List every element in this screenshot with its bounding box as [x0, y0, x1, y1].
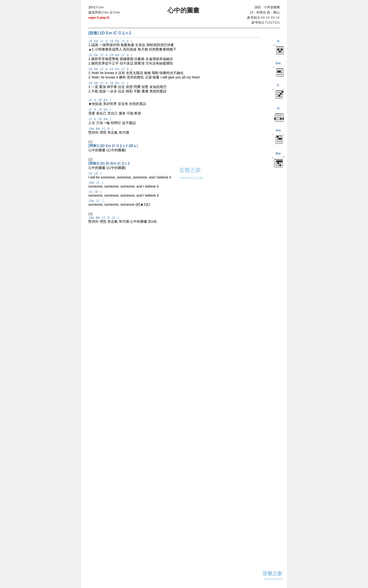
verse1-chords2: |D Em |C G |D Em |C G |: [88, 53, 260, 57]
interlude2-label: (2): [88, 157, 260, 161]
section2-chords4: |Em |C |: [88, 199, 260, 203]
section2-block3: |G |D | someone, someone, someone, and I…: [88, 190, 260, 197]
section2-chords2: |Em |C |: [88, 181, 260, 184]
chorus-chords3: |C G |D Em |: [88, 117, 260, 121]
chord-diagram-Em: Em o: [272, 61, 285, 79]
interlude2-line: [間奏2] ||G |D |Em |C || x 2: [88, 161, 260, 166]
verse1-block2: |D Em |C G |D Em |C G | 1.雖然常常物質警報 跟錢賽跑 …: [88, 53, 260, 66]
chorus-lyric3: 人生 只有一輪 時間它 從不聽話: [88, 121, 260, 125]
section2-lyric2: someone, someone, someone, and I believe…: [88, 184, 260, 188]
verse1-lyric1a: 1.認識 一個男孩叫明 無憂無慮 生長在 雨蛙稻田泥巴仲夏: [88, 43, 260, 47]
section2-lyric3: someone, someone, someone, and I believe…: [88, 193, 260, 197]
section2-block4: |Em |C | someone, someone, someone (回★2次…: [88, 199, 260, 207]
verse1-lyric3a: 1.Yeah he knows it 沒有 永恆太陽花 偷偷 期盼 快樂時光不融…: [88, 71, 260, 75]
svg-point-55: [282, 118, 284, 120]
svg-text:o: o: [272, 88, 274, 90]
ending-block: |Am Bm |C D |G | 堅持向 理想 有志氣 有代價 心中的圖畫 (E…: [88, 216, 260, 224]
interlude1-label: (1): [88, 140, 260, 144]
interlude1-line: [間奏1] ||D Em |C G || x 2 (回▲): [88, 144, 260, 148]
chorus-lyric4: 堅持向 理想 有志氣 有代價: [88, 130, 260, 135]
chord-diagram-C: C o x: [272, 83, 285, 102]
svg-point-12: [277, 49, 279, 51]
chord-diagrams: D x x: [272, 39, 285, 171]
svg-point-13: [279, 51, 281, 52]
svg-rect-83: [276, 160, 283, 162]
verse1-block3: |D Em |C G |D Em |C G | 1.Yeah he knows …: [88, 67, 260, 80]
chord-grid-C: o x: [272, 88, 285, 102]
section2-block2: |Em |C | someone, someone, someone, and …: [88, 181, 260, 188]
verse1-lyric4a: 1.一直 緊張 伸手要 拉住 依戀 閃爍 短暫 未知的尾巴: [88, 85, 260, 89]
svg-text:x: x: [275, 44, 276, 46]
section2-chords3: |G |D |: [88, 190, 260, 193]
main-content: [前奏] ||D Em |C G || x 2 |D Em |C G |D Em…: [88, 31, 280, 224]
svg-point-85: [279, 164, 281, 166]
verse1-chords1: |D Em |C G |D Em |C G |: [88, 39, 260, 43]
chorus-chords2: |C G |D Em |: [88, 108, 260, 111]
verse1-lyric2b: 2.雖然世界從不公平 但不多話 因看清 方向沒有絲毫懼怕: [88, 61, 260, 66]
svg-point-26: [277, 71, 279, 73]
logo-en: yinyuezj.com: [263, 577, 282, 581]
chord-diagram-G: G: [272, 106, 285, 124]
chorus-block1: |C G |D Em | ★他知道 美好世界 並沒有 永恆的童話: [88, 98, 260, 106]
ref-strum: 參考刷法:XX 1X XX 1X: [247, 15, 280, 20]
chord-diagram-Am: Am o x: [272, 128, 285, 147]
credits: 詞：程懷昌 曲：陶山: [247, 10, 280, 15]
chord-grid-Am: o x: [272, 133, 285, 147]
svg-text:o: o: [273, 66, 274, 68]
svg-point-68: [276, 136, 278, 138]
capo-info: capo:3 play:G: [88, 15, 120, 20]
svg-text:x: x: [283, 88, 284, 90]
section2-lyric1: I will be someone, someone, someone, and…: [88, 175, 260, 179]
section2-lyric4: someone, someone, someone (回★2次): [88, 203, 260, 207]
svg-text:x: x: [283, 133, 284, 136]
chord-name-C: C: [277, 83, 279, 87]
chorus-block2: |C G |D Em | 需要 靠自己 苦自己 賺來 可能 希望: [88, 108, 260, 116]
chorus-lyric2: 需要 靠自己 苦自己 賺來 可能 希望: [88, 111, 260, 116]
chorus-block3: |C G |D Em | 人生 只有一輪 時間它 從不聽話: [88, 117, 260, 125]
svg-point-70: [280, 138, 282, 140]
performer: 演唱：小男孩樂團: [247, 5, 280, 10]
verse1-lyric2a: 1.雖然常常物質警報 跟錢賽跑 但爹娘 永遠環繞幸福融洽: [88, 57, 260, 61]
chord-grid-Bm: x 2fr: [272, 156, 285, 171]
svg-point-84: [277, 162, 279, 164]
ending-label: (3): [88, 212, 260, 216]
song-title: 心中的圖畫: [120, 6, 247, 15]
verse1-lyric4b: 2.不能 急躁 一步步 拉近 精彩 不斷 重播 異想的驚訝: [88, 89, 260, 94]
svg-point-40: [282, 91, 284, 93]
svg-text:o: o: [272, 133, 274, 136]
svg-text:x: x: [273, 44, 274, 46]
ending-chords: |Am Bm |C D |G |: [88, 216, 260, 219]
chord-grid-D: x x: [273, 44, 284, 57]
chorus-chords1: |C G |D Em |: [88, 98, 260, 102]
intro-label: [前奏] ||D Em |C G || x 2: [88, 31, 131, 35]
chord-name-G: G: [277, 106, 279, 110]
chord-grid-Em: o: [273, 66, 284, 79]
verse1-block1: |D Em |C G |D Em |C G | 1.認識 一個男孩叫明 無憂無慮…: [88, 39, 260, 52]
section2-chords1: |G |D |: [88, 172, 260, 175]
interlude2-block: [間奏2] ||G |D |Em |C || x 2 心中的圖畫 (心中的圖畫): [88, 161, 260, 170]
verse1-chords3: |D Em |C G |D Em |C G |: [88, 67, 260, 71]
interlude2-lyric: 心中的圖畫 (心中的圖畫): [88, 166, 260, 170]
svg-text:x: x: [272, 156, 274, 159]
chorus-block4: |Am Bm |C D | 堅持向 理想 有志氣 有代價: [88, 127, 260, 135]
svg-point-41: [280, 93, 282, 95]
suggest-key: 建議男調:C#m 女:F#m: [88, 10, 120, 15]
chord-name-Am: Am: [276, 128, 281, 132]
svg-point-42: [278, 95, 280, 97]
header-left: 原KEY:Gm 建議男調:C#m 女:F#m capo:3 play:G: [88, 5, 120, 20]
chord-diagram-Bm: Bm x 2fr: [272, 152, 285, 171]
svg-point-54: [280, 118, 282, 120]
svg-point-53: [274, 118, 276, 120]
bottom-logo: 音樂之家 yinyuezj.com: [263, 570, 282, 581]
svg-point-14: [281, 49, 283, 51]
chord-diagram-D: D x x: [272, 39, 285, 57]
svg-point-27: [279, 71, 281, 73]
chord-name-D: D: [277, 39, 279, 43]
verse1-chords4: |D Em |C G |D Em |C |: [88, 81, 260, 85]
intro-section: [前奏] ||D Em |C G || x 2: [88, 31, 260, 36]
section2-block1: |G |D | I will be someone, someone, some…: [88, 172, 260, 179]
svg-text:2fr: 2fr: [283, 156, 285, 158]
key-info: 原KEY:Gm: [88, 5, 120, 10]
interlude1-block: [間奏1] ||D Em |C G || x 2 (回▲) 心中的圖畫 (心中的…: [88, 144, 260, 153]
verse1-block4: |D Em |C G |D Em |C | 1.一直 緊張 伸手要 拉住 依戀 …: [88, 81, 260, 94]
